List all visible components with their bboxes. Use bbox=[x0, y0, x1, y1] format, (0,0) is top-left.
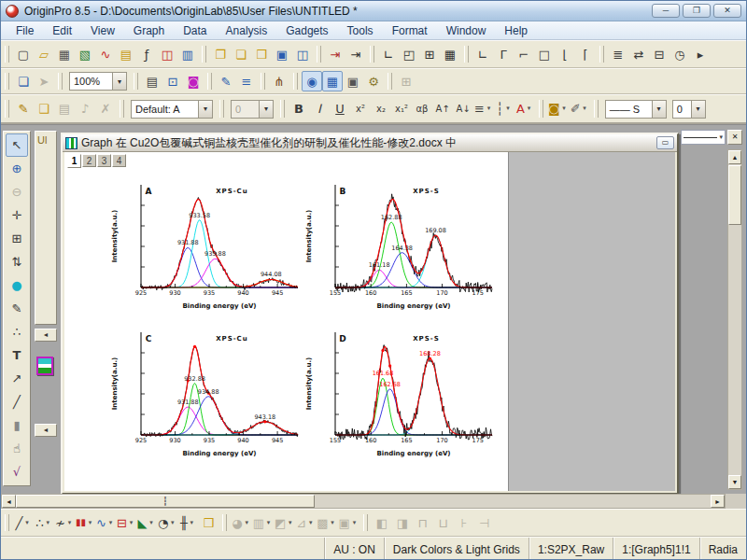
surface-3d-caret[interactable]: ▾ bbox=[286, 513, 294, 532]
line-style-combo-dropdown-icon[interactable]: ▾ bbox=[652, 101, 666, 118]
restore-button[interactable]: ❐ bbox=[683, 4, 711, 18]
pointer-tool-button[interactable]: ↖ bbox=[6, 133, 28, 157]
menu-edit[interactable]: Edit bbox=[43, 22, 81, 39]
draw-tool-button[interactable]: ✎ bbox=[6, 297, 28, 320]
subsuperscript-button[interactable]: x₁² bbox=[391, 99, 412, 119]
import-ascii-button[interactable]: ⇥ bbox=[345, 44, 366, 64]
axis-top-button[interactable]: Γ bbox=[493, 44, 514, 64]
new-sheet-button[interactable]: ✎ bbox=[216, 71, 236, 91]
open-template-button[interactable]: ❒ bbox=[251, 44, 272, 64]
zoom-combo[interactable]: 100%▾ bbox=[69, 72, 127, 91]
font-color-caret[interactable]: ▾ bbox=[525, 100, 533, 119]
new-excel-button[interactable]: ▧ bbox=[75, 44, 95, 64]
equation-tool-button[interactable]: √ bbox=[6, 460, 28, 483]
spacing-button[interactable]: ┆▾ bbox=[494, 99, 514, 119]
template-library-button[interactable]: ❒ bbox=[198, 512, 218, 533]
font-size-combo-dropdown-icon[interactable]: ▾ bbox=[259, 101, 273, 118]
font-color-button[interactable]: A▾ bbox=[514, 99, 535, 119]
wireframe-3d-caret[interactable]: ▾ bbox=[306, 513, 315, 532]
polar-plot-caret[interactable]: ▾ bbox=[168, 513, 176, 532]
box-plot-button[interactable]: ⊟▾ bbox=[116, 512, 136, 533]
matrix-3d-caret[interactable]: ▾ bbox=[329, 513, 337, 532]
view-windows-button[interactable]: ▦ bbox=[322, 71, 343, 91]
line-style-combo[interactable]: —— S▾ bbox=[605, 100, 667, 119]
box-plot-caret[interactable]: ▾ bbox=[127, 513, 135, 532]
new-notes-button[interactable]: ▥ bbox=[177, 44, 198, 64]
slide-show-button[interactable]: ⊡ bbox=[162, 71, 183, 91]
menu-view[interactable]: View bbox=[81, 22, 124, 39]
font-size-combo[interactable]: 0▾ bbox=[231, 100, 274, 119]
line-width-combo[interactable]: 0▾ bbox=[672, 100, 706, 119]
page-tab-2[interactable]: 2 bbox=[82, 154, 96, 167]
mask-tool-button[interactable]: ● bbox=[6, 273, 28, 297]
dock-close-button[interactable]: ✕ bbox=[727, 130, 742, 145]
line-color-button[interactable]: ✐▾ bbox=[570, 99, 590, 119]
menu-data[interactable]: Data bbox=[174, 22, 216, 39]
template-plot-caret[interactable]: ▾ bbox=[106, 513, 115, 532]
italic-button[interactable]: I bbox=[309, 99, 330, 119]
edit-mode-button[interactable]: ✎ bbox=[13, 99, 34, 119]
toolbar-overflow-button[interactable]: ▸ bbox=[690, 44, 711, 64]
template-plot-button[interactable]: ∿▾ bbox=[95, 512, 116, 533]
menu-analysis[interactable]: Analysis bbox=[217, 22, 277, 39]
new-project-button[interactable]: ▢ bbox=[13, 44, 34, 64]
layer-contents-button[interactable]: ⊟ bbox=[649, 44, 669, 64]
axis-left-bottom-button[interactable]: ∟ bbox=[472, 44, 493, 64]
code-builder-button[interactable]: ⚙ bbox=[363, 71, 384, 91]
strip-scroll-left2-button[interactable]: ◄ bbox=[35, 424, 57, 437]
column-plot-caret[interactable]: ▾ bbox=[86, 513, 94, 532]
horizontal-scroll-thumb[interactable]: ┇ bbox=[16, 495, 315, 508]
greek-button[interactable]: αβ bbox=[412, 99, 432, 119]
fill-color-caret[interactable]: ▾ bbox=[560, 100, 569, 119]
vertical-scroll-thumb[interactable] bbox=[728, 165, 741, 225]
horizontal-scroll-track[interactable] bbox=[315, 495, 711, 508]
arrow-tool-button[interactable]: ↗ bbox=[6, 367, 28, 390]
pie-3d-caret[interactable]: ▾ bbox=[243, 513, 251, 532]
data-selector-tool-button[interactable]: ⇅ bbox=[6, 250, 28, 273]
menu-window[interactable]: Window bbox=[437, 22, 496, 39]
page-tab-4[interactable]: 4 bbox=[112, 154, 126, 167]
increase-font-button[interactable]: A↑ bbox=[432, 99, 453, 119]
font-combo[interactable]: Default: A▾ bbox=[131, 100, 213, 119]
horizontal-scrollbar[interactable]: ◄ ┇ ► bbox=[1, 494, 726, 509]
menu-help[interactable]: Help bbox=[495, 22, 537, 39]
screen-reader-tool-button[interactable]: ✛ bbox=[6, 203, 28, 227]
project-explorer-button[interactable]: ⋔ bbox=[269, 71, 289, 91]
print-button[interactable]: ▤ bbox=[142, 71, 162, 91]
line-tool-button[interactable]: ╱ bbox=[6, 390, 28, 413]
line-width-combo-dropdown-icon[interactable]: ▾ bbox=[691, 101, 705, 118]
script-window-button[interactable]: ▣ bbox=[343, 71, 363, 91]
vertical-scrollbar[interactable]: ▲ ▼ bbox=[727, 149, 742, 490]
axis-bottom2-button[interactable]: ⌊ bbox=[555, 44, 575, 64]
dock-line-style-combo[interactable]: ▾ bbox=[681, 130, 726, 145]
strip-scroll-left-button[interactable]: ◄ bbox=[35, 329, 57, 342]
font-combo-dropdown-icon[interactable]: ▾ bbox=[198, 101, 212, 118]
scroll-right-button[interactable]: ► bbox=[711, 495, 725, 508]
import-wizard-button[interactable]: ⇥ bbox=[325, 44, 345, 64]
stock-plot-button[interactable]: ╫▾ bbox=[177, 512, 198, 533]
line-width-button[interactable]: ≣ bbox=[608, 44, 628, 64]
region-select-tool-button[interactable]: ⊞ bbox=[6, 227, 28, 250]
minimize-button[interactable]: ─ bbox=[652, 4, 680, 18]
menu-format[interactable]: Format bbox=[383, 22, 437, 39]
stock-plot-caret[interactable]: ▾ bbox=[188, 513, 196, 532]
zoom-in-tool-button[interactable]: ⊕ bbox=[6, 157, 28, 180]
graph-window-titlebar[interactable]: Graph 在 Cu2O包覆碱式铜盐核壳型催化剂的研制及催化性能-修改2.doc… bbox=[63, 134, 677, 152]
duplicate-window-button[interactable]: ❏ bbox=[13, 71, 34, 91]
menu-tools[interactable]: Tools bbox=[338, 22, 383, 39]
line-symbol-plot-button[interactable]: ≁▾ bbox=[54, 512, 75, 533]
open-excel-button[interactable]: ❐ bbox=[210, 44, 231, 64]
fill-color-button[interactable]: ◙▾ bbox=[547, 99, 570, 119]
axis-box-button[interactable]: □ bbox=[534, 44, 555, 64]
page-tab-1[interactable]: 1 bbox=[67, 154, 81, 168]
line-color-caret[interactable]: ▾ bbox=[581, 100, 589, 119]
save-template-button[interactable]: ◫ bbox=[292, 44, 313, 64]
axis-right-button[interactable]: ⌐ bbox=[514, 44, 534, 64]
zoom-combo-dropdown-icon[interactable]: ▾ bbox=[112, 73, 126, 90]
scroll-down-button[interactable]: ▼ bbox=[728, 475, 741, 489]
image-plot-caret[interactable]: ▾ bbox=[350, 513, 359, 532]
new-graph-axes-button[interactable]: ∟ bbox=[378, 44, 399, 64]
new-function-button[interactable]: ƒ bbox=[136, 44, 157, 64]
bold-button[interactable]: B bbox=[289, 99, 309, 119]
axis-special-button[interactable]: ⌈ bbox=[575, 44, 596, 64]
